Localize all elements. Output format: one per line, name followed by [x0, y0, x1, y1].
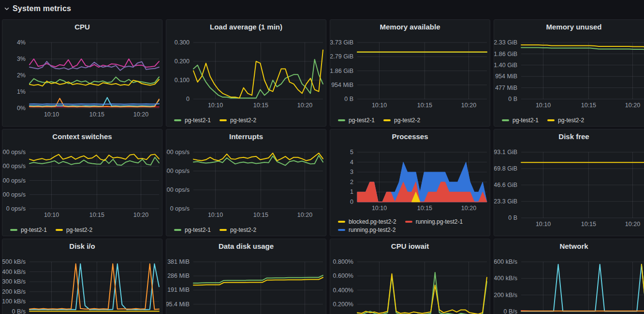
legend-item[interactable]: pg-test2-2	[220, 117, 256, 124]
legend-swatch-icon	[405, 221, 412, 223]
svg-text:10:15: 10:15	[89, 111, 104, 118]
svg-text:10:15: 10:15	[581, 221, 596, 228]
svg-text:600 kB/s: 600 kB/s	[494, 258, 517, 265]
legend-swatch-icon	[338, 229, 345, 231]
svg-text:10:10: 10:10	[536, 102, 551, 109]
svg-text:95.4 MiB: 95.4 MiB	[166, 301, 190, 308]
legend-item[interactable]: pg-test2-1	[174, 117, 211, 124]
legend-label: pg-test2-1	[21, 227, 47, 233]
svg-text:10:20: 10:20	[461, 205, 476, 212]
legend-item[interactable]: pg-test2-1	[10, 227, 47, 233]
svg-text:10:20: 10:20	[297, 212, 312, 218]
svg-text:191 MiB: 191 MiB	[167, 286, 190, 293]
chart-canvas-cpu[interactable]: 0%1%2%3%4%10:1010:1510:20	[2, 20, 162, 127]
svg-text:10:10: 10:10	[44, 111, 59, 118]
legend-label: pg-test2-2	[558, 117, 584, 124]
legend-memory-available: pg-test2-1pg-test2-2	[338, 117, 486, 124]
chevron-down-icon	[4, 6, 10, 12]
svg-text:0 ops/s: 0 ops/s	[6, 205, 26, 212]
svg-text:3.73 GiB: 3.73 GiB	[330, 39, 353, 46]
svg-text:93.1 GiB: 93.1 GiB	[494, 149, 517, 156]
panel-memory-unused: Memory unused0 B477 MiB954 MiB1.40 GiB1.…	[494, 19, 644, 127]
svg-text:10:20: 10:20	[461, 102, 476, 109]
svg-text:10:15: 10:15	[417, 102, 432, 109]
svg-text:0: 0	[186, 96, 190, 102]
svg-text:10:20: 10:20	[133, 212, 148, 218]
legend-item[interactable]: pg-test2-2	[220, 227, 256, 233]
chart-canvas-network[interactable]: 0 B/s200 kB/s400 kB/s600 kB/s10:1010:151…	[494, 239, 644, 314]
chart-canvas-memory-unused[interactable]: 0 B477 MiB954 MiB1.40 GiB1.86 GiB2.33 Gi…	[494, 20, 644, 127]
legend-swatch-icon	[10, 229, 17, 231]
row-header-system-metrics[interactable]: System metrics	[0, 0, 644, 17]
chart-canvas-disk-free[interactable]: 0 B23.3 GiB46.6 GiB69.8 GiB93.1 GiB10:10…	[494, 129, 644, 236]
svg-text:10:15: 10:15	[253, 102, 268, 109]
svg-text:400 kB/s: 400 kB/s	[2, 269, 26, 275]
svg-text:800 ops/s: 800 ops/s	[2, 149, 26, 156]
svg-text:200 ops/s: 200 ops/s	[166, 186, 190, 193]
legend-item[interactable]: pg-test2-1	[338, 117, 375, 124]
svg-text:1.86 GiB: 1.86 GiB	[330, 68, 353, 74]
svg-text:10:15: 10:15	[89, 212, 104, 218]
chart-canvas-memory-available[interactable]: 0 B954 MiB1.86 GiB2.79 GiB3.73 GiB10:101…	[330, 20, 490, 127]
legend-item[interactable]: pg-test2-2	[56, 227, 92, 233]
legend-label: pg-test2-1	[349, 117, 375, 124]
legend-label: pg-test2-1	[185, 227, 211, 233]
legend-label: pg-test2-1	[512, 117, 539, 124]
legend-label: running.pg-test2-2	[349, 227, 395, 233]
legend-memory-unused: pg-test2-1pg-test2-2	[502, 117, 644, 124]
legend-item[interactable]: pg-test2-1	[502, 117, 539, 124]
legend-swatch-icon	[220, 229, 227, 231]
svg-text:0.100: 0.100	[175, 77, 190, 84]
svg-text:4%: 4%	[17, 39, 26, 46]
svg-text:0 B/s: 0 B/s	[12, 308, 26, 314]
legend-item[interactable]: pg-test2-1	[174, 227, 211, 233]
chart-canvas-interrupts[interactable]: 0 ops/s200 ops/s400 ops/s600 ops/s10:101…	[166, 129, 326, 236]
svg-text:200 ops/s: 200 ops/s	[2, 191, 26, 198]
legend-item[interactable]: blocked.pg-test2-2	[338, 218, 396, 225]
svg-text:10:20: 10:20	[297, 102, 312, 109]
svg-text:23.3 GiB: 23.3 GiB	[494, 198, 517, 205]
svg-text:10:15: 10:15	[417, 205, 432, 212]
chart-canvas-data-disk-usage[interactable]: 95.4 MiB191 MiB286 MiB381 MiB10:1010:151…	[166, 239, 326, 314]
legend-context-switches: pg-test2-1pg-test2-2	[10, 227, 158, 233]
legend-label: pg-test2-1	[185, 117, 211, 124]
dashboard-grid: CPU0%1%2%3%4%10:1010:1510:20Load average…	[2, 19, 644, 314]
legend-label: blocked.pg-test2-2	[349, 218, 396, 225]
svg-text:10:20: 10:20	[625, 221, 640, 228]
legend-swatch-icon	[502, 119, 509, 121]
panel-cpu: CPU0%1%2%3%4%10:1010:1510:20	[2, 19, 162, 127]
panel-data-disk-usage: Data disk usage95.4 MiB191 MiB286 MiB381…	[166, 239, 326, 314]
legend-swatch-icon	[174, 119, 181, 121]
legend-swatch-icon	[547, 119, 555, 121]
svg-text:200 kB/s: 200 kB/s	[494, 292, 517, 299]
svg-text:10:10: 10:10	[208, 212, 223, 218]
legend-item[interactable]: running.pg-test2-2	[338, 227, 395, 233]
chart-canvas-load-average[interactable]: 00.1000.2000.30010:1010:1510:20	[166, 20, 326, 127]
svg-text:286 MiB: 286 MiB	[167, 272, 190, 279]
legend-label: pg-test2-2	[230, 117, 256, 124]
chart-canvas-disk-io[interactable]: 0 B/s100 kB/s200 kB/s300 kB/s400 kB/s500…	[2, 239, 162, 314]
panel-context-switches: Context switches0 ops/s200 ops/s400 ops/…	[2, 129, 162, 236]
chart-canvas-context-switches[interactable]: 0 ops/s200 ops/s400 ops/s600 ops/s800 op…	[2, 129, 162, 236]
svg-text:400 kB/s: 400 kB/s	[494, 275, 517, 282]
panel-processes: Processes01234510:1010:1510:20blocked.pg…	[330, 129, 490, 236]
svg-text:1: 1	[350, 188, 353, 195]
svg-text:10:15: 10:15	[581, 102, 596, 109]
svg-text:400 ops/s: 400 ops/s	[2, 177, 26, 184]
legend-item[interactable]: pg-test2-2	[547, 117, 584, 124]
chart-canvas-cpu-iowait[interactable]: 0.200%0.400%0.600%0.800%10:1010:1510:20	[330, 239, 490, 314]
svg-text:3: 3	[350, 169, 353, 175]
legend-label: running.pg-test2-1	[416, 218, 463, 225]
svg-text:2.79 GiB: 2.79 GiB	[330, 53, 353, 60]
legend-label: pg-test2-2	[230, 227, 256, 233]
legend-swatch-icon	[338, 221, 345, 223]
svg-text:0 B: 0 B	[508, 96, 517, 102]
panel-memory-available: Memory available0 B954 MiB1.86 GiB2.79 G…	[330, 19, 490, 127]
svg-text:381 MiB: 381 MiB	[167, 258, 190, 265]
legend-item[interactable]: pg-test2-2	[383, 117, 420, 124]
legend-item[interactable]: running.pg-test2-1	[405, 218, 463, 225]
legend-processes: blocked.pg-test2-2running.pg-test2-1runn…	[338, 218, 486, 233]
panel-cpu-iowait: CPU iowait0.200%0.400%0.600%0.800%10:101…	[330, 239, 490, 314]
svg-text:477 MiB: 477 MiB	[495, 85, 517, 91]
legend-label: pg-test2-2	[66, 227, 92, 233]
